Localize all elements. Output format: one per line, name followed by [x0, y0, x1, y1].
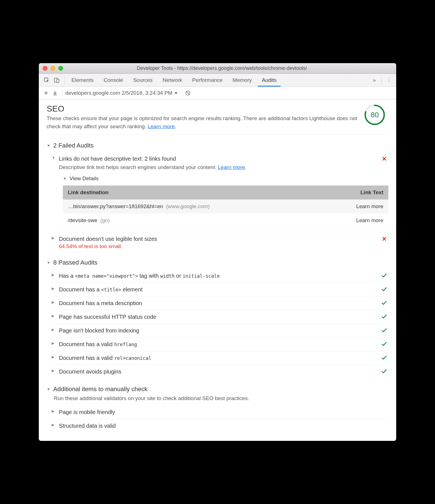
audit-title: Page is mobile friendly: [59, 408, 377, 417]
expand-icon[interactable]: ▼: [52, 154, 56, 160]
failed-audits-section: 2 Failed Audits ▼Links do not have descr…: [47, 140, 388, 252]
pass-icon: [380, 340, 388, 347]
maximize-window-button[interactable]: [58, 66, 63, 71]
view-details-toggle[interactable]: View Details: [63, 175, 388, 182]
new-audit-icon[interactable]: [42, 90, 51, 96]
device-toolbar-icon[interactable]: [52, 77, 62, 83]
failed-audits-label: 2 Failed Audits: [53, 142, 94, 149]
tab-elements[interactable]: Elements: [68, 74, 97, 87]
manual-audits-section: Additional items to manually check Run t…: [47, 384, 388, 432]
audit-item: ▶Page is mobile friendly: [52, 405, 388, 419]
settings-menu-button[interactable]: ⋮: [384, 77, 393, 83]
expand-icon[interactable]: ▶: [52, 340, 56, 345]
audit-item: ▶Document has a valid rel=canonical: [52, 351, 388, 365]
passed-audits-header[interactable]: 8 Passed Audits: [47, 257, 388, 269]
expand-icon[interactable]: ▶: [52, 312, 56, 318]
audit-report: SEO These checks ensure that your page i…: [39, 99, 396, 441]
audit-title: Has a <meta name="viewport"> tag with wi…: [59, 271, 377, 280]
audit-title: Document doesn't use legible font sizes: [59, 234, 377, 243]
audit-warning: 64.54% of text is too small.: [59, 243, 377, 249]
audit-title: Document has a <title> element: [59, 285, 377, 294]
expand-icon: [47, 143, 51, 148]
separator: [381, 77, 382, 84]
download-report-icon[interactable]: [51, 90, 59, 96]
audit-title: Page has successful HTTP status code: [59, 312, 377, 321]
audit-item: ▶Document has a meta description: [52, 296, 388, 310]
expand-icon[interactable]: ▶: [52, 271, 56, 277]
audit-item: ▶Has a <meta name="viewport"> tag with w…: [52, 269, 388, 282]
audit-item: ▶Document has a <title> element: [52, 282, 388, 296]
link-text: Learn more: [324, 199, 388, 213]
report-selector[interactable]: developers.google.com 2/5/2018, 3:24:34 …: [65, 90, 178, 96]
audit-title: Document avoids plugins: [59, 367, 377, 376]
pass-icon: [380, 326, 388, 333]
inspect-element-icon[interactable]: [42, 77, 52, 83]
expand-icon[interactable]: ▶: [52, 421, 56, 427]
link-destination: …bin/answer.py?answer=181692&hl=en (www.…: [63, 199, 324, 213]
audit-item: ▶Page isn't blocked from indexing: [52, 324, 388, 337]
expand-icon[interactable]: ▶: [52, 353, 56, 359]
failed-audits-header[interactable]: 2 Failed Audits: [47, 140, 388, 152]
separator: [64, 77, 65, 84]
audits-toolbar: developers.google.com 2/5/2018, 3:24:34 …: [39, 87, 396, 99]
tab-audits[interactable]: Audits: [258, 74, 281, 87]
svg-rect-2: [57, 79, 59, 82]
expand-icon: [63, 176, 67, 181]
col-header: Link destination: [63, 186, 324, 199]
tab-console[interactable]: Console: [100, 74, 127, 87]
pass-icon: [380, 353, 388, 361]
tab-performance[interactable]: Performance: [188, 74, 226, 87]
audit-title: Page isn't blocked from indexing: [59, 326, 377, 335]
learn-more-link[interactable]: Learn more: [218, 164, 245, 170]
pass-icon: [380, 312, 388, 320]
audit-item: ▶Page has successful HTTP status code: [52, 310, 388, 324]
expand-icon[interactable]: ▶: [52, 408, 56, 413]
separator: [62, 90, 63, 96]
panel-tabs: ElementsConsoleSourcesNetworkPerformance…: [68, 74, 370, 87]
more-tabs-button[interactable]: »: [370, 77, 379, 83]
minimize-window-button[interactable]: [51, 66, 55, 71]
expand-icon: [47, 387, 51, 391]
expand-icon[interactable]: ▶: [52, 285, 56, 291]
tab-sources[interactable]: Sources: [129, 74, 157, 87]
dropdown-icon: ▼: [174, 91, 178, 95]
devtools-window: Developer Tools - https://developers.goo…: [39, 63, 396, 441]
audit-title: Links do not have descriptive text: 2 li…: [59, 154, 377, 163]
passed-audits-label: 8 Passed Audits: [53, 259, 97, 266]
passed-audits-section: 8 Passed Audits ▶Has a <meta name="viewp…: [47, 257, 388, 378]
expand-icon[interactable]: ▶: [52, 234, 56, 240]
manual-audits-label: Additional items to manually check: [53, 386, 148, 393]
tab-network[interactable]: Network: [159, 74, 186, 87]
pass-icon: [380, 367, 388, 374]
fail-icon: ✕: [380, 234, 388, 243]
report-selector-label: developers.google.com 2/5/2018, 3:24:34 …: [65, 90, 172, 96]
table-row: /devsite-swe (go)Learn more: [63, 213, 388, 227]
audit-details: View DetailsLink destinationLink Text…bi…: [63, 175, 388, 227]
link-text: Learn more: [324, 213, 388, 227]
expand-icon[interactable]: ▶: [52, 299, 56, 304]
audit-item: ▶Document has a valid hreflang: [52, 337, 388, 351]
audit-item: ▼Links do not have descriptive text: 2 l…: [52, 152, 388, 232]
svg-line-8: [187, 91, 190, 94]
learn-more-link[interactable]: Learn more: [148, 123, 175, 129]
category-description: These checks ensure that your page is op…: [47, 115, 358, 130]
audit-item: ▶Document avoids plugins: [52, 365, 388, 378]
clear-all-icon[interactable]: [183, 90, 192, 96]
pass-icon: [380, 271, 388, 279]
expand-icon[interactable]: ▶: [52, 367, 56, 373]
audit-item: ▶Document doesn't use legible font sizes…: [52, 232, 388, 252]
seo-category-header: SEO These checks ensure that your page i…: [47, 104, 388, 135]
link-destination: /devsite-swe (go): [63, 213, 324, 227]
expand-icon: [47, 260, 51, 265]
close-window-button[interactable]: [43, 66, 47, 71]
manual-audits-header[interactable]: Additional items to manually check: [47, 384, 388, 396]
audit-title: Document has a valid hreflang: [59, 340, 377, 349]
tab-memory[interactable]: Memory: [229, 74, 256, 87]
audit-title: Document has a meta description: [59, 299, 377, 308]
score-gauge: 80: [364, 104, 386, 126]
pass-icon: [380, 299, 388, 306]
expand-icon[interactable]: ▶: [52, 326, 56, 332]
traffic-lights: [43, 66, 63, 71]
category-title: SEO: [47, 104, 358, 113]
fail-icon: ✕: [380, 154, 388, 163]
